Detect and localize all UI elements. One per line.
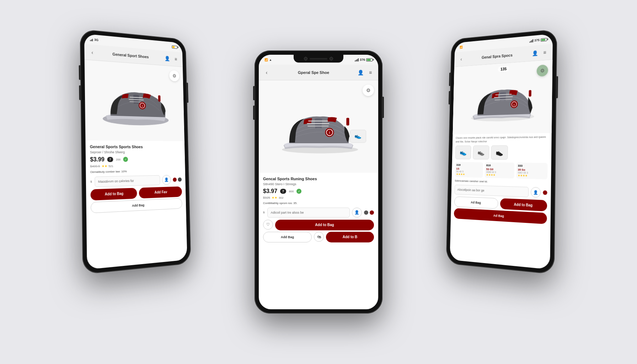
menu-icon-right[interactable]: ≡ bbox=[541, 48, 548, 56]
btn-row-2-center: Add Bag 🛍 Add to B bbox=[263, 232, 374, 242]
rating-row-left: $400.5 ★★ 521 bbox=[90, 164, 182, 168]
right-phone: 📶 375 bbox=[446, 29, 557, 275]
qty-label-left: $ bbox=[90, 180, 92, 184]
vol-up-btn-right[interactable] bbox=[449, 73, 450, 86]
battery-icon-center bbox=[366, 58, 373, 61]
add-to-bag-btn-left[interactable]: Add to Bag bbox=[90, 188, 137, 200]
color-dot-red-center[interactable] bbox=[370, 210, 374, 215]
color-dot-red-right[interactable] bbox=[543, 191, 547, 195]
card-3-stars: ★★★★ bbox=[518, 174, 546, 178]
size-input-right[interactable]: Alocotlpoin aa bor ge bbox=[454, 185, 529, 197]
shoe-image-left: i bbox=[85, 60, 184, 141]
thumb-1-right[interactable]: 👟 bbox=[455, 145, 471, 159]
wifi-icon-right: 📶 bbox=[460, 46, 463, 49]
size-qty-row-right: Alocotlpoin aa bor ge 👤 bbox=[454, 185, 547, 198]
add-fav-btn-left[interactable]: Add Fav bbox=[139, 186, 182, 198]
battery-fill-center bbox=[367, 59, 371, 61]
color-dots-right bbox=[543, 191, 547, 195]
size-badge-left[interactable]: 7 bbox=[107, 157, 113, 162]
add-to-bag-btn-center[interactable]: Add to Bag bbox=[275, 220, 374, 230]
bag-icon-center[interactable]: 🛍 bbox=[314, 232, 324, 242]
btn-row-center: ♡ Add to Bag bbox=[263, 220, 374, 230]
size-count-center: 800 bbox=[289, 190, 294, 193]
network-type-center: 376 bbox=[360, 58, 365, 61]
fav-btn-center[interactable]: ♡ bbox=[263, 220, 273, 230]
rating-count-center: 302 bbox=[279, 196, 283, 199]
price-row-center: $3.97 7 800 ✓ bbox=[263, 188, 374, 194]
wifi-icon-center: 📶 bbox=[264, 58, 268, 61]
left-phone: 3G ‹ General Sport Shoes 👤 ≡ bbox=[80, 29, 191, 275]
thumb-3-right[interactable]: 👟 bbox=[491, 145, 508, 160]
rating-count-left: 521 bbox=[108, 165, 113, 168]
camera2-center bbox=[330, 57, 333, 60]
vol-down-btn-right[interactable] bbox=[449, 91, 450, 105]
back-button-center[interactable]: ‹ bbox=[263, 69, 270, 76]
mini-card-3[interactable]: 333 35 So S8O 33 3 ★★★★ bbox=[516, 163, 547, 180]
shoe-image-center: i 👟 bbox=[259, 80, 378, 173]
product-image-left: i ⚙ bbox=[85, 60, 184, 141]
power-btn-center[interactable] bbox=[382, 97, 384, 118]
price-old-left: $400.5 bbox=[90, 165, 100, 168]
signal-icon-center bbox=[355, 58, 359, 61]
thumb-2-right[interactable]: 👟 bbox=[473, 145, 489, 160]
size-input-center[interactable]: Adicoil part tre alsss be bbox=[267, 208, 350, 218]
bt-icon-center: ▲ bbox=[269, 58, 272, 61]
svg-rect-15 bbox=[347, 118, 349, 125]
add-to-b-btn-center[interactable]: Add to B bbox=[326, 232, 374, 242]
power-btn-right[interactable] bbox=[556, 76, 558, 98]
product-details-left: General Sports Sports Shoes Seproer / Sh… bbox=[85, 140, 187, 269]
thumb-1-icon: 👟 bbox=[460, 149, 467, 156]
app-header-center: ‹ Gperal Spe Shoe 👤 ≡ bbox=[259, 65, 378, 80]
mini-card-2[interactable]: 810 53 G0 3086 W 3 ★★★★ bbox=[485, 162, 515, 179]
color-dot-red-left[interactable] bbox=[173, 177, 177, 182]
signal-icon-right bbox=[529, 39, 533, 43]
back-button-right[interactable]: ‹ bbox=[458, 55, 465, 63]
back-button-left[interactable]: ‹ bbox=[89, 48, 96, 56]
price-old-center: $925 bbox=[263, 196, 270, 199]
camera-center bbox=[304, 57, 307, 60]
network-type: 3G bbox=[94, 38, 98, 42]
product-subtitle-left: Seproer / Shrohe Sfwerg bbox=[90, 150, 181, 154]
share-btn-center[interactable]: 👤 bbox=[352, 208, 362, 218]
svg-text:i: i bbox=[329, 131, 330, 134]
card-2-num: 810 bbox=[486, 164, 513, 167]
person-icon-center[interactable]: 👤 bbox=[357, 69, 364, 76]
speaker-center bbox=[310, 58, 327, 60]
size-qty-row-left: $ Maootivum on calories for 👤 bbox=[90, 175, 182, 187]
share-btn-left[interactable]: 👤 bbox=[162, 175, 171, 185]
menu-icon-center[interactable]: ≡ bbox=[367, 69, 374, 76]
notch-center bbox=[294, 55, 343, 63]
gear-button-center[interactable]: ⚙ bbox=[363, 85, 374, 96]
card-3-num: 333 bbox=[518, 164, 546, 168]
price-row-left: $3.99 7 200 ✓ bbox=[90, 156, 181, 163]
stars-center: ★★ bbox=[272, 196, 277, 199]
color-dot-dark-left[interactable] bbox=[178, 177, 182, 182]
size-badge-center[interactable]: 7 bbox=[280, 189, 286, 194]
stock-badge-center: ✓ bbox=[296, 189, 301, 194]
left-screen: 3G ‹ General Sport Shoes 👤 ≡ bbox=[84, 34, 187, 269]
vol-down-btn[interactable] bbox=[79, 85, 81, 100]
card-1-stars: ★★★★ bbox=[456, 173, 482, 176]
color-dot-gray-center[interactable] bbox=[364, 210, 368, 215]
product-subtitle-center: S8n490 Stero I Stnregs bbox=[263, 182, 374, 186]
mini-card-1[interactable]: 319 1S 50 40 5 ★★★★ bbox=[455, 162, 483, 178]
size-input-text-right: Alocotlpoin aa bor ge bbox=[457, 188, 484, 193]
vol-down-btn-center[interactable] bbox=[253, 106, 255, 120]
add-bag-btn-right[interactable]: Ad Bag bbox=[454, 197, 498, 209]
add-bag-btn-left[interactable]: Add Bag bbox=[91, 198, 182, 213]
vol-up-btn[interactable] bbox=[79, 65, 81, 80]
menu-icon-left[interactable]: ≡ bbox=[173, 55, 179, 63]
power-btn[interactable] bbox=[187, 82, 188, 103]
availability-right: Sdencamaio cansher snel td. bbox=[455, 179, 547, 186]
vol-up-btn-center[interactable] bbox=[253, 86, 255, 100]
size-qty-row-center: $ Adicoil part tre alsss be 👤 bbox=[263, 208, 374, 218]
person-icon-right[interactable]: 👤 bbox=[531, 49, 539, 57]
add-to-bag-btn-right[interactable]: Add to Bag bbox=[500, 198, 547, 212]
color-dots-center bbox=[364, 210, 374, 215]
add-bag-btn-center[interactable]: Add Bag bbox=[263, 232, 312, 242]
availability-center: Conttilliathty oprom ios: 35. bbox=[263, 202, 374, 205]
share-btn-right[interactable]: 👤 bbox=[531, 187, 541, 198]
size-input-left[interactable]: Maootivum on calories for bbox=[95, 175, 160, 187]
person-icon-left[interactable]: 👤 bbox=[164, 55, 170, 62]
price-main-center: $3.97 bbox=[263, 188, 277, 194]
